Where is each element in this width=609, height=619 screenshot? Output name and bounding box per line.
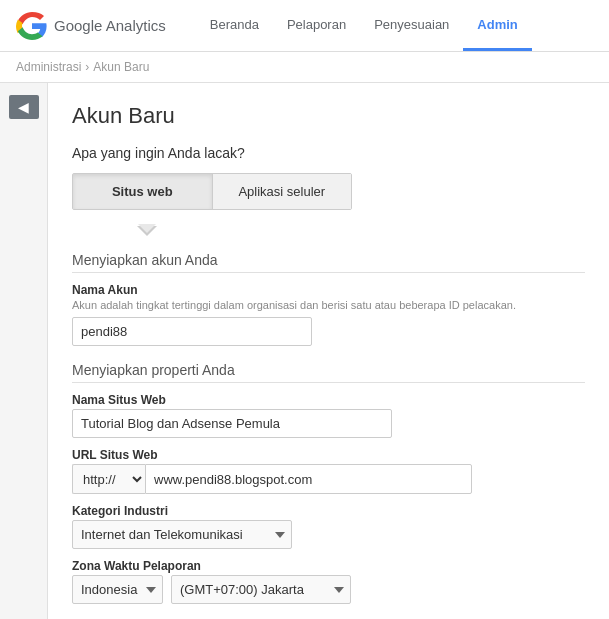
nav-pelaporan[interactable]: Pelaporan [273,1,360,51]
logo-text: Google Analytics [54,17,166,34]
nav-beranda[interactable]: Beranda [196,1,273,51]
nav-admin[interactable]: Admin [463,1,531,51]
google-logo-icon [16,10,48,42]
back-button[interactable]: ◀ [9,95,39,119]
main-layout: ◀ Akun Baru Apa yang ingin Anda lacak? S… [0,83,609,619]
tab-arrow-container [72,226,352,236]
url-row: http:// https:// [72,464,472,494]
back-icon: ◀ [18,99,29,115]
header: Google Analytics Beranda Pelaporan Penye… [0,0,609,52]
section-property-heading: Menyiapkan properti Anda [72,362,585,383]
timezone-label: Zona Waktu Pelaporan [72,559,585,573]
account-name-hint: Akun adalah tingkat tertinggi dalam orga… [72,299,585,311]
breadcrumb-administrasi[interactable]: Administrasi [16,60,81,74]
tab-situs-web[interactable]: Situs web [73,174,213,209]
industry-select[interactable]: Internet dan Telekomunikasi [72,520,292,549]
account-name-input[interactable] [72,317,312,346]
main-content: Akun Baru Apa yang ingin Anda lacak? Sit… [48,83,609,619]
section-account-heading: Menyiapkan akun Anda [72,252,585,273]
breadcrumb: Administrasi › Akun Baru [0,52,609,83]
page-title: Akun Baru [72,103,585,129]
website-name-label: Nama Situs Web [72,393,585,407]
tracking-question: Apa yang ingin Anda lacak? [72,145,585,161]
timezone-zone-select[interactable]: (GMT+07:00) Jakarta [171,575,351,604]
main-nav: Beranda Pelaporan Penyesuaian Admin [196,1,593,51]
timezone-row: Indonesia (GMT+07:00) Jakarta [72,575,585,604]
logo-area: Google Analytics [16,10,166,42]
website-name-input[interactable] [72,409,392,438]
url-protocol-select[interactable]: http:// https:// [72,464,145,494]
tab-arrow-indicator [137,226,157,236]
tracking-type-tabs: Situs web Aplikasi seluler [72,173,352,210]
breadcrumb-separator: › [85,60,89,74]
nav-penyesuaian[interactable]: Penyesuaian [360,1,463,51]
timezone-country-select[interactable]: Indonesia [72,575,163,604]
breadcrumb-akun-baru: Akun Baru [93,60,149,74]
tab-aplikasi-seluler[interactable]: Aplikasi seluler [213,174,352,209]
url-domain-input[interactable] [145,464,472,494]
sidebar: ◀ [0,83,48,619]
industry-label: Kategori Industri [72,504,585,518]
account-name-label: Nama Akun [72,283,585,297]
url-label: URL Situs Web [72,448,585,462]
